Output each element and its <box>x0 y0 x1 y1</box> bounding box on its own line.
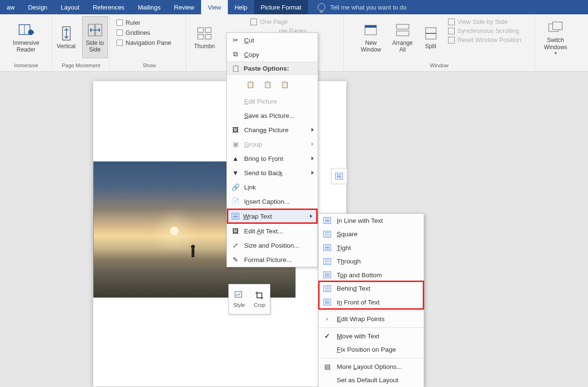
group-label-show: Show <box>143 63 156 70</box>
thumbnails-button[interactable]: Thumbn <box>190 16 219 58</box>
svg-rect-5 <box>198 28 203 32</box>
size-position-menu-item[interactable]: ⤢Size and Position... <box>227 238 318 252</box>
tab-view[interactable]: View <box>201 0 228 14</box>
wrap-text-icon <box>231 211 240 221</box>
set-default-layout-item[interactable]: Set as Default Layout <box>319 374 424 387</box>
through-item[interactable]: Through <box>319 255 424 269</box>
edit-wrap-points-item[interactable]: ▫Edit Wrap Points <box>319 313 424 326</box>
tight-item[interactable]: Tight <box>319 241 424 255</box>
svg-rect-17 <box>235 292 242 297</box>
group-label-page-movement: Page Movement <box>62 63 100 70</box>
check-icon: ✓ <box>322 331 332 341</box>
wrap-text-submenu: In Line with Text Square Tight Through T… <box>318 213 424 387</box>
style-button[interactable]: Style <box>229 284 249 314</box>
square-icon <box>322 230 332 239</box>
switch-windows-button[interactable]: Switch Windows▾ <box>539 16 572 58</box>
size-icon: ⤢ <box>231 241 240 250</box>
bring-to-front-menu-item[interactable]: ▲Bring to Front <box>227 151 318 166</box>
crop-icon <box>255 291 265 301</box>
reset-window-icon <box>448 37 455 43</box>
behind-text-icon <box>322 284 332 293</box>
svg-rect-10 <box>365 25 376 28</box>
reset-window-position-button[interactable]: Reset Window Position <box>448 36 522 43</box>
arrange-all-button[interactable]: Arrange All <box>389 16 417 58</box>
style-icon <box>235 291 244 301</box>
insert-caption-menu-item[interactable]: 📄Insert Caption... <box>227 194 318 209</box>
through-icon <box>322 257 332 266</box>
layout-options-button[interactable] <box>331 168 347 184</box>
svg-rect-8 <box>205 34 211 39</box>
tab-picture-format[interactable]: Picture Format <box>254 0 308 14</box>
ruler-checkbox[interactable]: Ruler <box>117 19 140 26</box>
copy-menu-item[interactable]: ⧉Copy <box>227 47 318 62</box>
immersive-reader-label: Immersive Reader <box>5 40 48 53</box>
synchronous-scrolling-button[interactable]: Synchronous Scrolling <box>448 27 522 34</box>
cut-menu-item[interactable]: ✂Cut <box>227 33 318 47</box>
tell-me-placeholder: Tell me what you want to do <box>330 4 406 11</box>
tab-draw[interactable]: aw <box>0 0 21 14</box>
tab-design[interactable]: Design <box>21 0 54 14</box>
fix-position-item[interactable]: Fix Position on Page <box>319 343 424 357</box>
svg-rect-12 <box>396 31 409 36</box>
move-with-text-item[interactable]: ✓Move with Text <box>319 329 424 343</box>
tab-review[interactable]: Review <box>167 0 201 14</box>
paste-keep-formatting-icon[interactable]: 📋 <box>244 78 257 91</box>
paste-options-row: 📋 📋 📋 <box>227 75 318 94</box>
paste-merge-icon[interactable]: 📋 <box>261 78 274 91</box>
tell-me-search[interactable]: Tell me what you want to do <box>308 0 588 14</box>
immersive-reader-icon <box>19 22 34 38</box>
view-side-by-side-button[interactable]: View Side by Side <box>448 18 522 25</box>
caption-icon: 📄 <box>231 197 240 206</box>
arrange-all-icon <box>395 22 410 38</box>
sun-glow <box>170 227 179 235</box>
wrap-text-menu-item[interactable]: Wrap Text <box>227 209 318 224</box>
top-bottom-item[interactable]: Top and Bottom <box>319 268 424 282</box>
link-icon: 🔗 <box>231 182 240 192</box>
tab-mailings[interactable]: Mailings <box>131 0 168 14</box>
tab-references[interactable]: References <box>86 0 131 14</box>
checkbox-icon <box>117 20 123 26</box>
checkbox-icon <box>117 30 123 36</box>
group-label-window: Window <box>430 63 449 70</box>
navigation-pane-checkbox[interactable]: Navigation Pane <box>117 39 171 46</box>
group-label-immersive: Immersive <box>14 63 38 70</box>
vertical-button[interactable]: Vertical <box>54 16 78 58</box>
save-as-picture-menu-item[interactable]: Save as Picture... <box>227 108 318 123</box>
alt-text-icon: 🖼 <box>231 226 240 236</box>
more-layout-icon: ▤ <box>322 362 332 371</box>
top-bottom-icon <box>322 270 332 280</box>
switch-windows-icon <box>548 20 563 35</box>
change-picture-menu-item[interactable]: 🖼Change Picture <box>227 123 318 137</box>
side-to-side-label: Side to Side <box>83 40 107 53</box>
one-page-icon <box>250 19 257 25</box>
in-front-of-text-item[interactable]: In Front of Text <box>319 295 424 309</box>
link-menu-item[interactable]: 🔗Link <box>227 180 318 194</box>
edit-alt-text-menu-item[interactable]: 🖼Edit Alt Text... <box>227 224 318 238</box>
send-back-icon: ▼ <box>231 168 240 178</box>
group-menu-item: ▣Group <box>227 137 318 151</box>
new-window-button[interactable]: New Window <box>357 16 385 58</box>
more-layout-options-item[interactable]: ▤More Layout Options... <box>319 360 424 374</box>
vertical-icon <box>59 26 74 41</box>
inline-with-text-item[interactable]: In Line with Text <box>319 214 424 228</box>
edit-picture-menu-item: Edit Picture <box>227 94 318 108</box>
paste-picture-icon[interactable]: 📋 <box>278 78 291 91</box>
checkbox-icon <box>117 40 123 46</box>
tab-help[interactable]: Help <box>228 0 254 14</box>
side-to-side-button[interactable]: Side to Side <box>82 16 108 58</box>
square-item[interactable]: Square <box>319 228 424 241</box>
gridlines-checkbox[interactable]: Gridlines <box>117 29 150 36</box>
split-icon <box>423 26 438 41</box>
send-to-back-menu-item[interactable]: ▼Send to Back <box>227 166 318 180</box>
picture-context-menu: ✂Cut ⧉Copy 📋Paste Options: 📋 📋 📋 Edit Pi… <box>226 32 318 267</box>
bring-front-icon: ▲ <box>231 154 240 163</box>
change-picture-icon: 🖼 <box>231 125 240 135</box>
behind-text-item[interactable]: Behind Text <box>319 282 424 296</box>
split-button[interactable]: Split <box>420 16 441 58</box>
immersive-reader-button[interactable]: Immersive Reader <box>5 16 48 58</box>
thumbnails-icon <box>197 26 212 41</box>
one-page-button[interactable]: One Page <box>250 18 307 25</box>
tab-layout[interactable]: Layout <box>54 0 86 14</box>
format-picture-menu-item[interactable]: ✎Format Picture... <box>227 252 318 267</box>
crop-button[interactable]: Crop <box>249 284 270 314</box>
